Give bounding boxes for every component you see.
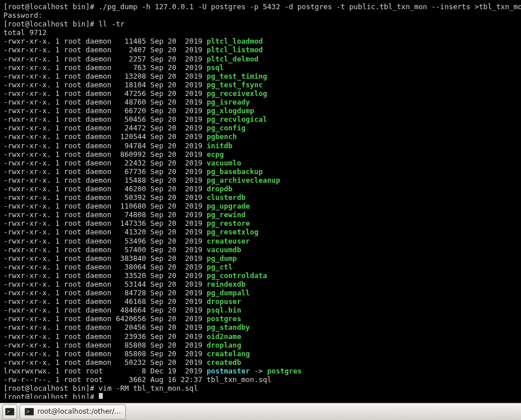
file-row: -rwxr-xr-x. 1 root daemon 484664 Sep 20 …: [3, 306, 518, 314]
file-row: lrwxrwxrwx. 1 root root 8 Dec 19 2019 po…: [3, 367, 518, 375]
file-row: -rwxr-xr-x. 1 root daemon 46200 Sep 20 2…: [3, 184, 518, 193]
terminal-icon: [25, 408, 34, 415]
file-row: -rwxr-xr-x. 1 root daemon 85808 Sep 20 2…: [3, 349, 518, 358]
file-row: -rwxr-xr-x. 1 root daemon 23936 Sep 20 2…: [3, 332, 518, 341]
file-row: -rwxr-xr-x. 1 root daemon 46168 Sep 20 2…: [3, 297, 518, 306]
file-row: -rwxr-xr-x. 1 root daemon 120544 Sep 20 …: [3, 132, 518, 141]
file-row: -rwxr-xr-x. 1 root daemon 94784 Sep 20 2…: [3, 141, 518, 150]
file-row: -rwxr-xr-x. 1 root daemon 53496 Sep 20 2…: [3, 237, 518, 245]
file-row: -rwxr-xr-x. 1 root daemon 74808 Sep 20 2…: [3, 210, 518, 219]
file-row: -rwxr-xr-x. 1 root daemon 48760 Sep 20 2…: [3, 98, 518, 106]
file-row: -rwxr-xr-x. 1 root daemon 110680 Sep 20 …: [3, 202, 518, 210]
taskbar-window-button[interactable]: root@localhost:/other/...: [20, 404, 126, 419]
file-row: -rwxr-xr-x. 1 root daemon 6420656 Sep 20…: [3, 314, 518, 323]
total-line: total 9712: [3, 28, 518, 37]
file-row: -rwxr-xr-x. 1 root daemon 763 Sep 20 201…: [3, 63, 518, 72]
file-row: -rwxr-xr-x. 1 root daemon 18104 Sep 20 2…: [3, 80, 518, 89]
file-row: -rwxr-xr-x. 1 root daemon 20456 Sep 20 2…: [3, 323, 518, 332]
terminal-icon: [5, 408, 14, 415]
file-row: -rwxr-xr-x. 1 root daemon 33520 Sep 20 2…: [3, 271, 518, 280]
file-row: -rwxr-xr-x. 1 root daemon 38064 Sep 20 2…: [3, 263, 518, 271]
file-row: -rwxr-xr-x. 1 root daemon 67736 Sep 20 2…: [3, 167, 518, 176]
file-row: -rwxr-xr-x. 1 root daemon 147336 Sep 20 …: [3, 219, 518, 228]
taskbar: root@localhost:/other/...: [0, 403, 521, 420]
file-row: -rwxr-xr-x. 1 root daemon 22432 Sep 20 2…: [3, 159, 518, 167]
password-prompt: Password:: [3, 11, 518, 20]
file-row: -rwxr-xr-x. 1 root daemon 15488 Sep 20 2…: [3, 176, 518, 184]
file-row: -rwxr-xr-x. 1 root daemon 24472 Sep 20 2…: [3, 124, 518, 132]
file-row: -rwxr-xr-x. 1 root daemon 383840 Sep 20 …: [3, 254, 518, 263]
file-row: -rwxr-xr-x. 1 root daemon 50392 Sep 20 2…: [3, 193, 518, 202]
file-row: -rw-r--r--. 1 root root 3662 Aug 16 22:3…: [3, 375, 518, 384]
cmd-ll: [root@localhost bin]# ll -tr: [3, 20, 518, 28]
terminal-output[interactable]: [root@localhost bin]# ./pg_dump -h 127.0…: [0, 0, 521, 399]
cmd-pg-dump: [root@localhost bin]# ./pg_dump -h 127.0…: [3, 2, 518, 11]
taskbar-terminal-icon-button[interactable]: [2, 404, 17, 419]
file-row: -rwxr-xr-x. 1 root daemon 11485 Sep 20 2…: [3, 37, 518, 45]
file-row: -rwxr-xr-x. 1 root daemon 2257 Sep 20 20…: [3, 55, 518, 63]
file-row: -rwxr-xr-x. 1 root daemon 53144 Sep 20 2…: [3, 280, 518, 288]
file-row: -rwxr-xr-x. 1 root daemon 84728 Sep 20 2…: [3, 288, 518, 297]
cmd-vim: [root@localhost bin]# vim -RM tbl_txn_mo…: [3, 384, 518, 392]
file-row: -rwxr-xr-x. 1 root daemon 47256 Sep 20 2…: [3, 89, 518, 98]
file-row: -rwxr-xr-x. 1 root daemon 41320 Sep 20 2…: [3, 228, 518, 236]
taskbar-window-label: root@localhost:/other/...: [37, 407, 121, 416]
cursor: [99, 393, 103, 399]
file-row: -rwxr-xr-x. 1 root daemon 50456 Sep 20 2…: [3, 115, 518, 124]
current-prompt-line[interactable]: [root@localhost bin]#: [3, 392, 518, 399]
file-row: -rwxr-xr-x. 1 root daemon 50232 Sep 20 2…: [3, 358, 518, 367]
file-row: -rwxr-xr-x. 1 root daemon 860992 Sep 20 …: [3, 150, 518, 159]
file-row: -rwxr-xr-x. 1 root daemon 57400 Sep 20 2…: [3, 245, 518, 254]
file-row: -rwxr-xr-x. 1 root daemon 2407 Sep 20 20…: [3, 45, 518, 54]
file-row: -rwxr-xr-x. 1 root daemon 13208 Sep 20 2…: [3, 72, 518, 80]
file-row: -rwxr-xr-x. 1 root daemon 85808 Sep 20 2…: [3, 341, 518, 349]
file-row: -rwxr-xr-x. 1 root daemon 66720 Sep 20 2…: [3, 106, 518, 115]
